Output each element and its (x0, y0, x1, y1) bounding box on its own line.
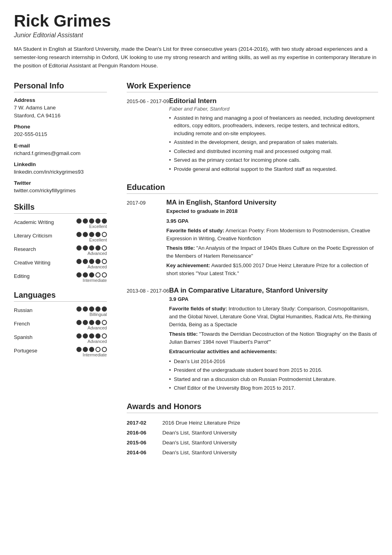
dot-filled (83, 347, 88, 352)
award-description: Dean's List, Stanford University (162, 448, 378, 457)
dot-filled (89, 320, 94, 325)
dot-filled (102, 218, 107, 224)
skill-dots: Excellent (76, 218, 107, 229)
award-row: 2016-06Dean's List, Stanford University (127, 428, 378, 438)
dot-filled (89, 306, 94, 312)
skill-name: Spanish (14, 333, 59, 340)
edu-achievement: Key achievement: Awarded $15,000 2017 Dr… (166, 262, 378, 278)
awards-table: 2017-022016 Drue Heinz Literature Prize2… (127, 418, 378, 457)
candidate-name: Rick Grimes (14, 12, 378, 30)
dot-filled (76, 306, 82, 312)
award-row: 2014-06Dean's List, Stanford University (127, 448, 378, 457)
skill-dots: Excellent (76, 232, 107, 242)
award-row: 2015-06Dean's List, Stanford University (127, 438, 378, 448)
skill-dots: Advanced (76, 259, 107, 269)
dot-empty (102, 347, 107, 352)
work-bullet: Provide general and editorial support to… (169, 165, 378, 173)
edu-gpa: 3.95 GPA (166, 217, 378, 225)
work-title: Work Experience (127, 81, 378, 92)
skill-name: Creative Writing (14, 259, 59, 266)
edu-extra-label: Extracurricular activities and achieveme… (169, 348, 378, 356)
twitter-label: Twitter (14, 180, 107, 186)
skill-level-label: Intermediate (83, 352, 107, 357)
work-entry: 2015-06 - 2017-09Editorial InternFaber a… (127, 97, 378, 174)
edu-extra-bullet: President of the undergraduate student b… (169, 366, 378, 374)
dot-filled (89, 347, 94, 352)
dot-filled (89, 333, 94, 339)
award-date: 2014-06 (127, 448, 162, 457)
edu-thesis: Thesis title: "An Analysis of the Impact… (166, 244, 378, 260)
edu-gpa: 3.9 GPA (169, 295, 378, 303)
edu-extra-bullet: Started and ran a discussion club on Rus… (169, 375, 378, 383)
dot-filled (95, 333, 101, 339)
edu-thesis: Thesis title: "Towards the Derridian Dec… (169, 330, 378, 346)
skill-row: PortugeseIntermediate (14, 347, 107, 357)
skill-dots: Advanced (76, 320, 107, 330)
award-date: 2017-02 (127, 418, 162, 428)
work-bullet: Collected and distributed incoming mail … (169, 147, 378, 155)
dot-empty (102, 232, 107, 237)
email-value: richard.f.grimes@gmail.com (14, 149, 107, 157)
candidate-title: Junior Editorial Assistant (14, 32, 378, 39)
skill-name: French (14, 320, 59, 327)
skill-dots: Intermediate (76, 272, 107, 283)
languages-section: Languages RussianBillingualFrenchAdvance… (14, 291, 107, 357)
skill-name: Russian (14, 306, 59, 313)
dot-empty (95, 347, 101, 352)
award-date: 2015-06 (127, 438, 162, 448)
dot-filled (83, 320, 88, 325)
dot-filled (89, 259, 94, 264)
dot-filled (89, 272, 94, 278)
personal-info-title: Personal Info (14, 81, 107, 92)
dots-row (76, 320, 107, 325)
dots-row (76, 259, 107, 264)
skill-row: SpanishAdvanced (14, 333, 107, 344)
education-section: Education 2017-09MA in English, Stanford… (127, 183, 378, 393)
skill-row: EditingIntermediate (14, 272, 107, 283)
skills-section: Skills Academic WritingExcellentLiterary… (14, 203, 107, 283)
award-date: 2016-06 (127, 428, 162, 438)
dots-row (76, 306, 107, 312)
dot-filled (89, 218, 94, 224)
edu-extra-bullet: Dean's List 2014-2016 (169, 358, 378, 366)
work-bullets: Assisted in hiring and managing a pool o… (169, 114, 378, 173)
skill-row: Creative WritingAdvanced (14, 259, 107, 269)
award-row: 2017-022016 Drue Heinz Literature Prize (127, 418, 378, 428)
skill-dots: Advanced (76, 333, 107, 344)
dots-row (76, 333, 107, 339)
dot-empty (102, 320, 107, 325)
dot-empty (102, 259, 107, 264)
linkedin-value: linkedin.com/in/rickygrimes93 (14, 168, 107, 176)
dot-filled (76, 333, 82, 339)
phone-label: Phone (14, 124, 107, 130)
edu-content: MA in English, Stanford UniversityExpect… (166, 199, 378, 279)
skill-level-label: Advanced (88, 264, 107, 269)
languages-title: Languages (14, 291, 107, 302)
skill-level-label: Advanced (88, 339, 107, 344)
dot-filled (89, 245, 94, 251)
awards-section: Awards and Honors 2017-022016 Drue Heinz… (127, 402, 378, 457)
work-bullet: Assisted in hiring and managing a pool o… (169, 114, 378, 138)
dot-filled (83, 272, 88, 278)
summary-text: MA Student in English at Stanford Univer… (14, 45, 378, 70)
dots-row (76, 232, 107, 237)
skill-row: Literary CriticismExcellent (14, 232, 107, 242)
award-description: Dean's List, Stanford University (162, 438, 378, 448)
dot-filled (95, 320, 101, 325)
work-date: 2015-06 - 2017-09 (127, 97, 169, 174)
dot-empty (95, 272, 101, 278)
dot-filled (95, 218, 101, 224)
dot-empty (102, 333, 107, 339)
work-bullet: Assisted in the development, design, and… (169, 138, 378, 146)
edu-entry: 2013-08 - 2017-06BA in Comparative Litar… (127, 287, 378, 393)
edu-date: 2017-09 (127, 199, 166, 279)
edu-title: BA in Comparative Litarature, Stanford U… (169, 287, 378, 295)
personal-info-section: Personal Info Address 7 W. Adams Lane St… (14, 81, 107, 195)
skill-level-label: Excellent (89, 224, 107, 229)
dot-filled (95, 259, 101, 264)
dot-empty (102, 272, 107, 278)
work-entry-title: Editorial Intern (169, 97, 378, 105)
dot-filled (83, 218, 88, 224)
skill-level-label: Advanced (88, 325, 107, 330)
skill-name: Academic Writing (14, 218, 59, 225)
